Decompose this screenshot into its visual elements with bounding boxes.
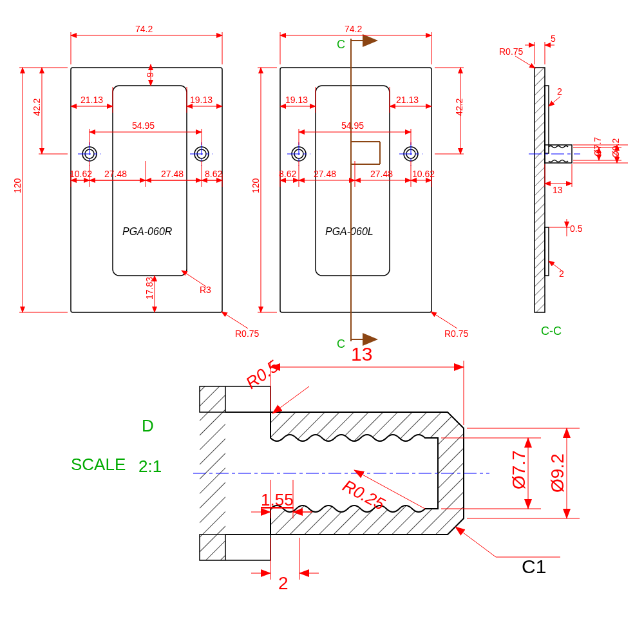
svg-text:2: 2: [559, 269, 564, 279]
svg-text:Ø7.7: Ø7.7: [592, 137, 603, 156]
svg-text:10.62: 10.62: [412, 169, 435, 179]
svg-text:C: C: [337, 337, 345, 350]
part-label: PGA-060R: [122, 226, 173, 237]
svg-text:27.48: 27.48: [314, 169, 336, 179]
view-middle: PGA-060L C C 74.2 42.2 120 19.13 21.13 5…: [251, 24, 469, 350]
svg-text:21.13: 21.13: [396, 95, 419, 105]
svg-text:17.83: 17.83: [144, 277, 155, 299]
svg-text:27.48: 27.48: [161, 169, 184, 179]
svg-line-156: [272, 386, 309, 413]
svg-text:8.62: 8.62: [279, 169, 296, 179]
view-left: PGA-060R 74.2 120 42.2 21.13 19.13 54.95…: [12, 24, 260, 339]
svg-text:R0.75: R0.75: [235, 328, 260, 339]
svg-text:13: 13: [351, 343, 372, 365]
svg-text:Ø9.2: Ø9.2: [611, 138, 621, 158]
svg-text:27.48: 27.48: [370, 169, 393, 179]
view-section: 5 R0.75 2 13 Ø7.7 Ø9.2 0.5 2 C-C: [499, 33, 628, 337]
svg-text:2: 2: [557, 86, 562, 97]
svg-text:19.13: 19.13: [190, 95, 213, 105]
svg-text:Ø9.2: Ø9.2: [547, 453, 567, 493]
svg-line-53: [222, 312, 248, 328]
svg-text:120: 120: [12, 178, 23, 193]
svg-text:13: 13: [553, 185, 563, 195]
svg-text:0.5: 0.5: [570, 223, 583, 234]
svg-text:C1: C1: [522, 556, 546, 577]
svg-text:42.2: 42.2: [454, 99, 464, 116]
svg-rect-113: [545, 86, 549, 153]
svg-rect-112: [535, 68, 545, 312]
svg-line-179: [455, 527, 496, 557]
svg-text:R0.75: R0.75: [499, 46, 524, 57]
svg-text:5: 5: [551, 33, 556, 44]
svg-text:74.2: 74.2: [135, 24, 153, 34]
view-detail: 13 R0.5 R0.25 1.55 2 Ø7.7 Ø9.2 C1 D SCAL…: [71, 343, 580, 593]
svg-text:R3: R3: [200, 285, 211, 295]
svg-text:R0.75: R0.75: [444, 328, 469, 339]
svg-text:10.62: 10.62: [70, 169, 92, 179]
svg-text:9: 9: [145, 72, 155, 77]
svg-text:8.62: 8.62: [205, 169, 222, 179]
svg-text:19.13: 19.13: [285, 95, 308, 105]
svg-text:C-C: C-C: [541, 325, 562, 337]
svg-text:D: D: [142, 416, 154, 435]
svg-text:74.2: 74.2: [345, 24, 362, 34]
svg-text:42.2: 42.2: [32, 99, 42, 116]
svg-text:21.13: 21.13: [80, 95, 103, 105]
svg-text:2:1: 2:1: [138, 457, 162, 476]
svg-text:27.48: 27.48: [104, 169, 127, 179]
part-label: PGA-060L: [325, 226, 374, 237]
svg-line-124: [549, 97, 560, 106]
svg-text:R0.5: R0.5: [242, 356, 283, 393]
svg-line-122: [515, 56, 535, 68]
svg-text:1.55: 1.55: [261, 490, 294, 509]
svg-text:54.95: 54.95: [341, 120, 364, 131]
svg-text:2: 2: [278, 573, 289, 593]
svg-text:54.95: 54.95: [132, 120, 155, 131]
svg-text:Ø7.7: Ø7.7: [509, 450, 529, 489]
svg-rect-114: [545, 227, 549, 276]
svg-line-110: [431, 312, 457, 328]
svg-text:C: C: [337, 38, 345, 51]
svg-text:SCALE: SCALE: [71, 455, 126, 474]
svg-text:120: 120: [251, 178, 261, 193]
svg-text:R0.25: R0.25: [339, 476, 388, 514]
